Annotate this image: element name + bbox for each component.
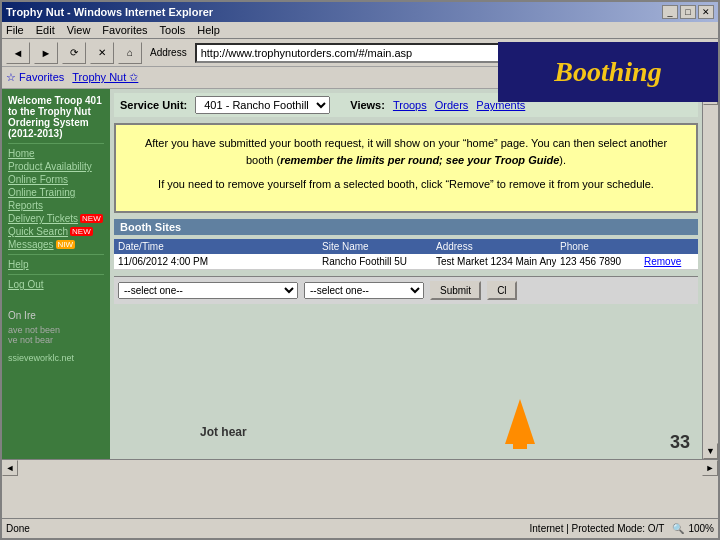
title-bar: Trophy Nut - Windows Internet Explorer _… [2, 2, 718, 22]
sidebar-item-logout[interactable]: Log Out [8, 279, 104, 290]
messages-niw-badge: NIW [56, 240, 76, 249]
home-button[interactable]: ⌂ [118, 42, 142, 64]
remove-link[interactable]: Remove [644, 256, 681, 267]
logo-text: Boothing [554, 56, 661, 88]
minimize-button[interactable]: _ [662, 5, 678, 19]
menu-file[interactable]: File [6, 24, 24, 36]
favorites-label[interactable]: ☆ Favorites [6, 71, 64, 84]
status-icons: Internet | Protected Mode: O/T 🔍 100% [530, 523, 714, 534]
arrows-overlay [300, 359, 702, 449]
bottom-form: --select one-- --select one-- Submit Cl [114, 276, 698, 304]
cell-phone: 123 456 7890 [560, 256, 640, 267]
col-site: Site Name [322, 241, 432, 252]
sidebar-item-help[interactable]: Help [8, 259, 104, 270]
scroll-left-button[interactable]: ◄ [2, 460, 18, 476]
view-troops[interactable]: Troops [393, 99, 427, 111]
trophy-nut-favorite[interactable]: Trophy Nut ✩ [72, 71, 138, 84]
menu-tools[interactable]: Tools [160, 24, 186, 36]
info-para1: After you have submitted your booth requ… [130, 135, 682, 168]
content-area: Welcome Troop 401 to the Trophy Nut Orde… [2, 89, 718, 459]
page-number: 33 [670, 432, 690, 453]
service-unit-select[interactable]: 401 - Rancho Foothill [195, 96, 330, 114]
sidebar-item-forms[interactable]: Online Forms [8, 174, 104, 185]
zoom-text: 🔍 [672, 523, 684, 534]
info-box: After you have submitted your booth requ… [114, 123, 698, 213]
back-button[interactable]: ◄ [6, 42, 30, 64]
view-orders[interactable]: Orders [435, 99, 469, 111]
info-italic-text: remember the limits per round; see your … [280, 154, 559, 166]
sidebar: Welcome Troop 401 to the Trophy Nut Orde… [2, 89, 110, 459]
sidebar-item-search[interactable]: Quick Search [8, 226, 68, 237]
sidebar-item-product[interactable]: Product Availability [8, 161, 104, 172]
cell-remove[interactable]: Remove [644, 256, 694, 267]
horizontal-scrollbar: ◄ ► [2, 459, 718, 475]
jot-hear-text: Jot hear [200, 425, 247, 439]
scrollbar[interactable]: ▲ ▼ [702, 89, 718, 459]
booth-select[interactable]: --select one-- [118, 282, 298, 299]
clear-button[interactable]: Cl [487, 281, 516, 300]
col-address: Address [436, 241, 556, 252]
browser-title: Trophy Nut - Windows Internet Explorer [6, 6, 213, 18]
booth-sites-section: Booth Sites Date/Time Site Name Address … [114, 219, 698, 270]
sidebar-divider-3 [8, 274, 104, 275]
on-ire-text: On Ire [8, 310, 104, 321]
search-new-badge: NEW [70, 227, 93, 236]
status-bar: Done Internet | Protected Mode: O/T 🔍 10… [2, 518, 718, 538]
scroll-right-button[interactable]: ► [702, 460, 718, 476]
bottom-url-text: ssieveworklc.net [8, 353, 104, 363]
zoom-level: 100% [688, 523, 714, 534]
menu-favorites[interactable]: Favorites [102, 24, 147, 36]
h-scroll-track [18, 464, 702, 472]
status-text: Done [6, 523, 522, 534]
menu-view[interactable]: View [67, 24, 91, 36]
stop-button[interactable]: ✕ [90, 42, 114, 64]
menu-help[interactable]: Help [197, 24, 220, 36]
sidebar-search-row: Quick Search NEW [8, 226, 104, 237]
col-phone: Phone [560, 241, 640, 252]
sidebar-item-reports[interactable]: Reports [8, 200, 104, 211]
main-content: Service Unit: 401 - Rancho Foothill View… [110, 89, 702, 459]
sidebar-item-home[interactable]: Home [8, 148, 104, 159]
col-action [644, 241, 694, 252]
ve-not-bear-text: ve not bear [8, 335, 104, 345]
menu-edit[interactable]: Edit [36, 24, 55, 36]
sidebar-welcome: Welcome Troop 401 to the Trophy Nut Orde… [8, 95, 104, 139]
cell-datetime: 11/06/2012 4:00 PM [118, 256, 318, 267]
scroll-down-button[interactable]: ▼ [703, 443, 718, 459]
sidebar-messages-row: Messages NIW [8, 239, 104, 250]
table-header-row: Date/Time Site Name Address Phone [114, 239, 698, 254]
maximize-button[interactable]: □ [680, 5, 696, 19]
sidebar-item-training[interactable]: Online Training [8, 187, 104, 198]
views-label: Views: [350, 99, 385, 111]
delivery-new-badge: NEW [80, 214, 103, 223]
left-arrow-icon [505, 399, 535, 449]
col-datetime: Date/Time [118, 241, 318, 252]
window-controls: _ □ ✕ [662, 5, 714, 19]
sidebar-delivery-row: Delivery Tickets NEW [8, 213, 104, 224]
sidebar-item-messages[interactable]: Messages [8, 239, 54, 250]
address-label: Address [146, 47, 191, 58]
submit-button[interactable]: Submit [430, 281, 481, 300]
service-unit-label: Service Unit: [120, 99, 187, 111]
table-row: 11/06/2012 4:00 PM Rancho Foothill 5U Te… [114, 254, 698, 270]
menu-bar: File Edit View Favorites Tools Help [2, 22, 718, 39]
info-para2: If you need to remove yourself from a se… [130, 176, 682, 193]
booth-sites-header: Booth Sites [114, 219, 698, 235]
close-button[interactable]: ✕ [698, 5, 714, 19]
sidebar-divider-1 [8, 143, 104, 144]
cell-site: Rancho Foothill 5U [322, 256, 432, 267]
logo-area: Boothing [498, 42, 718, 102]
scroll-track [703, 105, 718, 443]
sidebar-item-delivery[interactable]: Delivery Tickets [8, 213, 78, 224]
protected-mode-text: Internet | Protected Mode: O/T [530, 523, 665, 534]
time-select[interactable]: --select one-- [304, 282, 424, 299]
sidebar-divider-2 [8, 254, 104, 255]
refresh-button[interactable]: ⟳ [62, 42, 86, 64]
forward-button[interactable]: ► [34, 42, 58, 64]
cell-address: Test Market 1234 Main Anytown CA 99999 [436, 256, 556, 267]
have-not-been-text: ave not been [8, 325, 104, 335]
browser-window: Trophy Nut - Windows Internet Explorer _… [0, 0, 720, 540]
